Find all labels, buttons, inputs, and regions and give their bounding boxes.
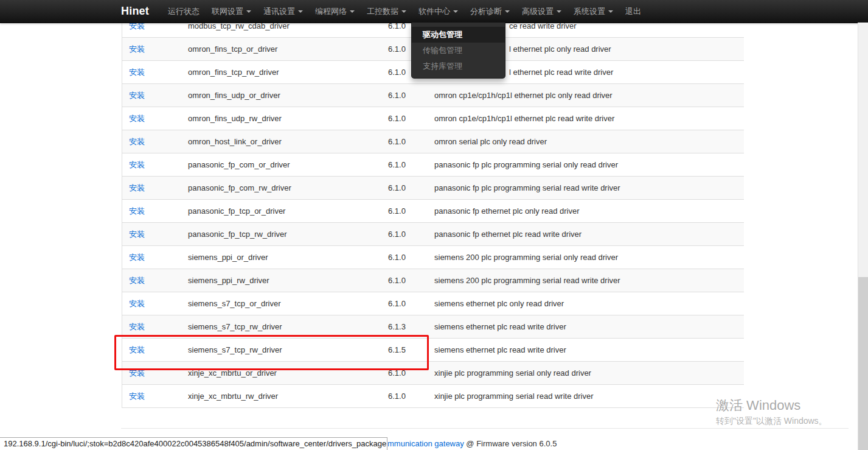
driver-name: omron_fins_udp_rw_driver [183,114,384,123]
nav-item-advanced-setup[interactable]: 高级设置 [516,0,568,23]
table-row: 安装panasonic_fp_com_or_driver6.1.0panason… [122,153,744,177]
driver-version: 6.1.5 [384,345,429,354]
driver-version: 6.1.3 [384,322,429,331]
gateway-link[interactable]: mmunication gateway [387,439,464,448]
vertical-scrollbar-thumb[interactable] [858,277,868,450]
install-cell: 安装 [122,160,183,171]
install-link[interactable]: 安装 [129,368,145,378]
navbar-menu: 运行状态联网设置通讯设置编程网络工控数据软件中心分析诊断高级设置系统设置退出 [162,0,647,23]
nav-item-run-status[interactable]: 运行状态 [162,0,206,23]
caret-down-icon [401,10,406,13]
install-link[interactable]: 安装 [129,160,145,169]
nav-item-label: 运行状态 [168,6,200,17]
driver-description: xinjie plc programming serial read write… [429,392,744,401]
install-link[interactable]: 安装 [129,276,145,285]
table-row: 安装siemens_s7_tcp_or_driver6.1.0siemens e… [122,292,744,315]
install-link[interactable]: 安装 [129,206,145,216]
caret-down-icon [608,10,613,13]
driver-name: panasonic_fp_tcp_or_driver [183,206,384,216]
nav-item-label: 联网设置 [212,6,243,17]
nav-item-label: 通讯设置 [263,6,295,17]
driver-version: 6.1.0 [384,230,429,239]
driver-name: siemens_ppi_or_driver [183,253,384,262]
install-link[interactable]: 安装 [129,183,145,192]
table-row: 安装siemens_ppi_rw_driver6.1.0siemens 200 … [122,269,744,292]
driver-version: 6.1.0 [384,183,429,192]
nav-item-label: 软件中心 [418,6,450,17]
install-cell: 安装 [122,113,183,124]
driver-description: siemens 200 plc programming serial only … [429,253,744,262]
driver-name: omron_fins_tcp_or_driver [183,44,384,54]
driver-name: siemens_s7_tcp_rw_driver [183,345,384,354]
driver-version: 6.1.0 [384,299,429,308]
install-link[interactable]: 安装 [129,230,145,239]
install-cell: 安装 [122,298,183,309]
install-link[interactable]: 安装 [129,44,145,54]
driver-version: 6.1.0 [384,91,429,100]
driver-version: 6.1.0 [384,253,429,262]
install-cell: 安装 [122,368,183,379]
driver-description: panasonic fp plc programming serial only… [429,160,744,169]
install-link[interactable]: 安装 [129,91,145,100]
software-center-dropdown: 驱动包管理传输包管理支持库管理 [411,23,505,79]
nav-item-system-setup[interactable]: 系统设置 [568,0,619,23]
caret-down-icon [246,10,251,13]
table-row: 安装omron_fins_udp_rw_driver6.1.0omron cp1… [122,107,744,130]
table-row: 安装siemens_ppi_or_driver6.1.0siemens 200 … [122,246,744,269]
install-link[interactable]: 安装 [129,299,145,308]
nav-item-software-center[interactable]: 软件中心 [412,0,464,23]
brand-logo: Hinet [121,0,149,23]
driver-description: panasonic fp plc programming serial read… [429,183,744,192]
caret-down-icon [350,10,355,13]
driver-name: siemens_s7_tcp_or_driver [183,299,384,308]
watermark-line2: 转到"设置"以激活 Windows。 [716,415,827,427]
driver-name: siemens_ppi_rw_driver [183,276,384,285]
driver-name: omron_fins_tcp_rw_driver [183,68,384,77]
install-cell: 安装 [122,252,183,263]
table-row: 安装omron_host_link_or_driver6.1.0omron se… [122,130,744,153]
install-link[interactable]: 安装 [129,68,145,77]
install-link[interactable]: 安装 [129,392,145,401]
driver-version: 6.1.0 [384,137,429,146]
driver-description: siemens ethernet plc only read driver [429,299,744,308]
table-row: 安装omron_fins_udp_or_driver6.1.0omron cp1… [122,84,744,107]
table-row: 安装xinje_xc_mbrtu_rw_driver6.1.0xinjie pl… [122,385,744,408]
dropdown-item-driver-package[interactable]: 驱动包管理 [412,27,505,43]
nav-item-network-setup[interactable]: 联网设置 [206,0,257,23]
table-row: 安装panasonic_fp_com_rw_driver6.1.0panason… [122,177,744,200]
driver-version: 6.1.0 [384,206,429,216]
driver-description: siemens ethernet plc read write driver [429,322,744,331]
driver-name: omron_fins_udp_or_driver [183,91,384,100]
driver-name: omron_host_link_or_driver [183,137,384,146]
install-cell: 安装 [122,229,183,240]
install-link[interactable]: 安装 [129,253,145,262]
install-cell: 安装 [122,345,183,356]
footer-text: mmunication gateway @ Firmware version 6… [387,439,557,448]
driver-version: 6.1.0 [384,160,429,169]
install-link[interactable]: 安装 [129,345,145,354]
nav-item-logout[interactable]: 退出 [619,0,647,23]
table-row: 安装panasonic_fp_tcp_rw_driver6.1.0panason… [122,223,744,246]
install-cell: 安装 [122,90,183,101]
install-cell: 安装 [122,275,183,286]
install-cell: 安装 [122,206,183,217]
dropdown-item-transfer-package[interactable]: 传输包管理 [412,43,505,58]
caret-down-icon [298,10,303,13]
caret-down-icon [453,10,458,13]
install-cell: 安装 [122,391,183,402]
nav-item-comm-setup[interactable]: 通讯设置 [257,0,309,23]
footer-divider [121,428,849,429]
dropdown-item-support-library[interactable]: 支持库管理 [412,58,505,74]
driver-description: panasonic fp ethernet plc only read driv… [429,206,744,216]
nav-item-prog-network[interactable]: 编程网络 [309,0,361,23]
install-link[interactable]: 安装 [129,114,145,123]
nav-item-industrial-data[interactable]: 工控数据 [361,0,412,23]
driver-description: siemens 200 plc programming serial read … [429,276,744,285]
driver-name: panasonic_fp_tcp_rw_driver [183,230,384,239]
nav-item-analysis-diag[interactable]: 分析诊断 [464,0,516,23]
install-link[interactable]: 安装 [129,322,145,331]
vertical-scrollbar-track[interactable] [858,23,868,450]
install-link[interactable]: 安装 [129,137,145,146]
install-cell: 安装 [122,183,183,194]
driver-description: omron cp1e/cp1h/cp1l ethernet plc only r… [429,91,744,100]
